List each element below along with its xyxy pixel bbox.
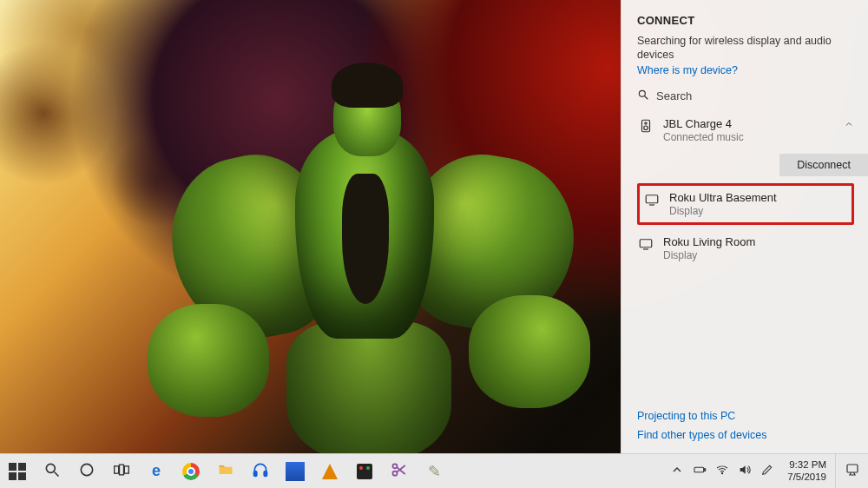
- connect-footer: Projecting to this PC Find other types o…: [621, 403, 868, 453]
- device-name: Roku Ultra Basement: [669, 191, 777, 204]
- store-app[interactable]: [347, 454, 382, 489]
- headphones-icon: [252, 461, 269, 481]
- search-icon: [637, 89, 649, 103]
- search-icon: [43, 461, 61, 481]
- disconnect-button[interactable]: Disconnect: [779, 154, 868, 176]
- svg-rect-16: [264, 472, 266, 477]
- svg-point-4: [644, 126, 648, 130]
- snip-app[interactable]: [382, 454, 417, 489]
- device-search-input[interactable]: Search: [637, 89, 854, 103]
- svg-point-0: [639, 90, 645, 96]
- misc-app[interactable]: ✎: [417, 454, 451, 489]
- store-icon: [357, 464, 372, 479]
- task-view-button[interactable]: [104, 454, 139, 489]
- device-sub: Connected music: [663, 131, 744, 143]
- chevron-up-icon[interactable]: [844, 117, 854, 132]
- windows-icon: [9, 463, 26, 480]
- cortana-button[interactable]: [69, 454, 104, 489]
- vlc-app[interactable]: [312, 454, 347, 489]
- svg-rect-5: [646, 195, 658, 202]
- connect-title: CONNECT: [637, 14, 854, 27]
- chevron-up-icon: [670, 463, 684, 479]
- connect-flyout: CONNECT Searching for wireless display a…: [621, 0, 868, 453]
- scissors-icon: [391, 461, 408, 481]
- device-sub: Display: [663, 249, 755, 261]
- search-placeholder: Search: [656, 89, 692, 102]
- device-roku-living-room[interactable]: Roku Living Room Display: [637, 230, 854, 265]
- wallpaper-figure: [139, 26, 590, 452]
- svg-rect-12: [115, 466, 119, 473]
- folder-icon: [217, 461, 234, 481]
- volume-icon: [738, 463, 752, 479]
- pen-icon: [760, 463, 774, 479]
- display-icon: [637, 235, 654, 253]
- device-sub: Display: [669, 205, 777, 217]
- device-jbl-charge-4[interactable]: JBL Charge 4 Connected music: [637, 112, 854, 147]
- explorer-app[interactable]: [208, 454, 243, 489]
- notification-icon: [845, 462, 860, 480]
- svg-marker-24: [740, 465, 746, 473]
- svg-rect-25: [847, 465, 858, 472]
- action-center-button[interactable]: [835, 454, 868, 489]
- edge-app[interactable]: e: [139, 454, 174, 489]
- clock-time: 9:32 PM: [787, 459, 826, 471]
- audio-app[interactable]: [243, 454, 278, 489]
- svg-point-9: [46, 464, 55, 472]
- display-icon: [643, 191, 661, 208]
- svg-rect-22: [705, 469, 706, 472]
- bluewin-icon: [286, 462, 305, 481]
- taskbar-left: e ✎: [0, 454, 451, 488]
- svg-line-1: [645, 96, 648, 99]
- cortana-icon: [78, 461, 95, 481]
- device-name: Roku Living Room: [663, 235, 755, 248]
- taskview-icon: [113, 461, 130, 481]
- svg-rect-15: [254, 472, 257, 477]
- clock-date: 7/5/2019: [787, 472, 826, 483]
- search-button[interactable]: [35, 454, 69, 489]
- chrome-app[interactable]: [174, 454, 208, 489]
- device-name: JBL Charge 4: [663, 117, 744, 130]
- taskbar: e ✎: [0, 453, 868, 488]
- vlc-icon: [322, 464, 338, 479]
- start-button[interactable]: [0, 454, 35, 489]
- edge-icon: e: [148, 463, 165, 480]
- svg-point-23: [722, 472, 723, 473]
- svg-rect-21: [694, 467, 704, 472]
- svg-rect-13: [120, 465, 124, 475]
- wifi-icon: [715, 463, 729, 479]
- battery-icon: [693, 463, 707, 479]
- device-roku-ultra-basement[interactable]: Roku Ultra Basement Display: [637, 183, 854, 225]
- svg-rect-7: [640, 239, 652, 247]
- chrome-icon: [182, 463, 200, 480]
- find-other-devices-link[interactable]: Find other types of devices: [637, 429, 868, 441]
- speaker-icon: [637, 117, 654, 135]
- clock[interactable]: 9:32 PM 7/5/2019: [779, 459, 835, 482]
- svg-rect-14: [124, 466, 128, 473]
- tray-overflow[interactable]: [666, 454, 688, 489]
- active-app[interactable]: [278, 454, 312, 489]
- volume-status[interactable]: [733, 454, 756, 489]
- svg-line-10: [55, 472, 59, 477]
- svg-point-3: [645, 122, 647, 123]
- battery-status[interactable]: [688, 454, 711, 489]
- pen-workspace[interactable]: [756, 454, 779, 489]
- where-is-my-device-link[interactable]: Where is my device?: [637, 64, 738, 76]
- svg-point-11: [81, 464, 92, 475]
- projecting-to-this-pc-link[interactable]: Projecting to this PC: [637, 410, 868, 422]
- taskbar-right: 9:32 PM 7/5/2019: [666, 454, 868, 488]
- misc-icon: ✎: [425, 463, 443, 480]
- network-status[interactable]: [711, 454, 733, 489]
- connect-status: Searching for wireless display and audio…: [637, 34, 854, 63]
